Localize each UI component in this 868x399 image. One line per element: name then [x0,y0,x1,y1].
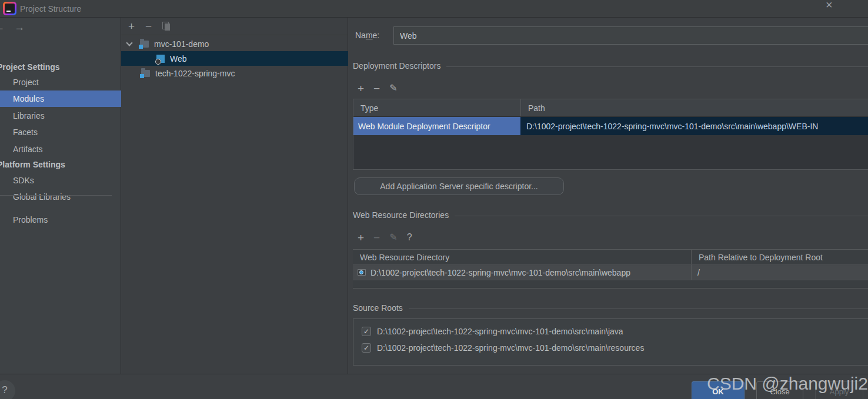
close-icon[interactable]: × [826,0,833,12]
copy-module-icon[interactable] [162,22,170,31]
tree-toolbar: + − [121,18,348,35]
column-header-directory[interactable]: Web Resource Directory [353,250,691,264]
tree-node-web[interactable]: Web [121,51,348,66]
tree-node-tech-1022-spring-mvc[interactable]: tech-1022-spring-mvc [121,66,348,81]
deployment-toolbar: + − ✎ [348,80,398,96]
deployment-descriptors-section-header: Deployment Descriptors [353,61,868,71]
dialog-footer: ? OK Close Apply [0,374,868,399]
edit-web-resource-icon[interactable]: ✎ [389,233,397,242]
tree-node-label: Web [170,54,187,63]
section-title: Web Resource Directories [353,210,449,220]
sidebar-item-sdks[interactable]: SDKs [0,172,121,189]
sidebar-item-problems[interactable]: Problems [0,212,121,228]
checkbox-checked[interactable]: ✓ [362,327,371,336]
web-resources-toolbar: + − ✎ ? [348,229,412,246]
sidebar-item-artifacts[interactable]: Artifacts [0,141,121,157]
sidebar-item-modules[interactable]: Modules [0,90,121,107]
tree-node-label: mvc-101-demo [154,39,209,49]
help-button[interactable]: ? [0,380,15,399]
help-icon[interactable]: ? [407,233,412,242]
web-resource-directories-section-header: Web Resource Directories [353,210,868,220]
section-rule [409,309,868,309]
column-header-relative-path[interactable]: Path Relative to Deployment Root [691,250,868,264]
section-title: Source Roots [353,303,403,313]
remove-web-resource-icon[interactable]: − [373,232,380,243]
tree-node-mvc-101-demo[interactable]: mvc-101-demo [121,36,348,51]
module-name-input[interactable] [393,26,868,45]
back-icon[interactable]: ← [0,21,5,33]
title-bar: Project Structure × [0,0,868,18]
checkbox-checked[interactable]: ✓ [362,343,371,353]
remove-descriptor-icon[interactable]: − [373,83,380,94]
source-roots-section-header: Source Roots [353,303,868,313]
intellij-logo-icon [3,2,16,15]
descriptor-path-cell[interactable]: D:\1002-project\tech-1022-spring-mvc\mvc… [520,117,868,135]
table-header-row: Web Resource Directory Path Relative to … [353,250,868,265]
section-rule [446,66,868,67]
sidebar-item-project[interactable]: Project [0,74,121,90]
modules-tree-panel: + − mvc-101-demo Web tech-1022-spring-mv… [121,18,348,374]
column-header-path[interactable]: Path [520,99,868,116]
column-header-type[interactable]: Type [353,99,520,116]
table-row[interactable]: Web Module Deployment Descriptor D:\1002… [353,117,868,135]
web-resource-directory-cell[interactable]: D:\1002-project\tech-1022-spring-mvc\mvc… [370,268,630,277]
project-settings-header: Project Settings [0,59,118,75]
table-header-row: Type Path [353,99,868,117]
add-app-server-descriptor-button[interactable]: Add Application Server specific descript… [354,177,564,195]
add-web-resource-icon[interactable]: + [358,232,364,243]
forward-icon[interactable]: → [14,21,25,33]
relative-path-cell[interactable]: / [691,265,868,280]
module-folder-icon [140,41,149,48]
name-label: Name: [355,31,379,40]
sidebar-item-global-libraries[interactable]: Global Libraries [0,189,121,205]
module-detail-panel: Name: Deployment Descriptors + − ✎ Type … [348,18,868,374]
deployment-descriptors-table: Type Path Web Module Deployment Descript… [353,99,868,170]
name-label-pre: Na [355,31,366,40]
sidebar-divider [0,195,112,196]
history-nav: ← → [0,21,25,33]
source-roots-panel: ✓ D:\1002-project\tech-1022-spring-mvc\m… [353,318,868,366]
sidebar-item-libraries[interactable]: Libraries [0,108,121,124]
section-rule [455,216,868,216]
close-button[interactable]: Close [756,381,803,399]
remove-module-icon[interactable]: − [145,21,152,32]
chevron-down-icon[interactable] [126,39,132,46]
ok-button[interactable]: OK [692,381,745,399]
apply-button[interactable]: Apply [815,381,863,399]
descriptor-type-cell[interactable]: Web Module Deployment Descriptor [353,117,520,135]
platform-settings-header: Platform Settings [0,156,118,173]
web-facet-icon [156,55,165,63]
settings-sidebar: ← → Project Settings Project Modules Lib… [0,18,121,374]
source-root-row: ✓ D:\1002-project\tech-1022-spring-mvc\m… [362,327,868,336]
project-structure-dialog: Project Structure × ← → Project Settings… [0,0,868,399]
edit-descriptor-icon[interactable]: ✎ [389,83,397,93]
module-folder-icon [141,70,150,77]
web-resource-directories-table: Web Resource Directory Path Relative to … [353,249,868,289]
source-root-path: D:\1002-project\tech-1022-spring-mvc\mvc… [377,343,644,353]
table-row[interactable]: D:\1002-project\tech-1022-spring-mvc\mvc… [353,265,868,280]
section-title: Deployment Descriptors [353,61,440,71]
source-root-path: D:\1002-project\tech-1022-spring-mvc\mvc… [377,327,623,336]
add-descriptor-icon[interactable]: + [358,83,364,94]
sidebar-item-facets[interactable]: Facets [0,124,121,140]
dialog-title: Project Structure [20,0,81,18]
name-label-post: e: [373,31,380,40]
add-module-icon[interactable]: + [128,21,135,32]
web-resource-folder-icon [358,269,366,276]
tree-node-label: tech-1022-spring-mvc [155,69,235,78]
source-root-row: ✓ D:\1002-project\tech-1022-spring-mvc\m… [362,343,868,353]
name-label-mnemonic: m [366,31,373,40]
